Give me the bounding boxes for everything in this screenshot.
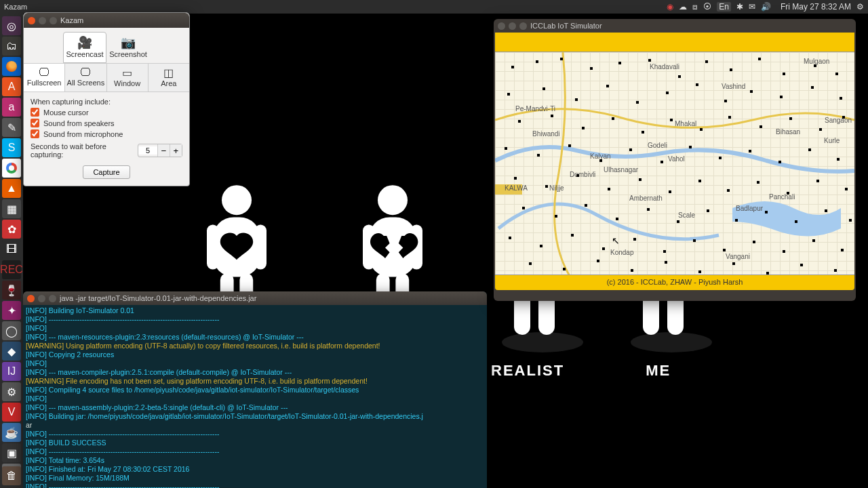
close-icon[interactable] xyxy=(498,22,505,30)
film-icon[interactable]: 🎞 xyxy=(2,240,21,259)
tab-screencast[interactable]: 🎥Screencast xyxy=(63,32,106,63)
vlc-icon[interactable]: ▲ xyxy=(2,179,21,198)
terminal-line: [INFO] ---------------------------------… xyxy=(26,430,484,439)
recorder-icon[interactable]: REC xyxy=(2,260,21,279)
clock[interactable]: Fri May 27 8:32 AM xyxy=(781,2,851,12)
sensor-dot xyxy=(789,117,792,120)
gear-icon[interactable]: ⚙ xyxy=(856,2,864,12)
system-tray[interactable]: ◉ ☁ ⧈ ⦿ En ✱ ✉ 🔊 Fri May 27 8:32 AM ⚙ xyxy=(667,2,864,12)
sensor-dot xyxy=(514,177,517,180)
amazon-icon[interactable]: a xyxy=(2,98,21,117)
mode-window[interactable]: ▭Window xyxy=(107,64,149,92)
chk-mic[interactable]: Sound from microphone xyxy=(31,129,182,138)
simulator-titlebar[interactable]: ICCLab IoT Simulator xyxy=(494,19,856,33)
map-city-label: Godeli xyxy=(648,142,667,149)
keyboard-lang[interactable]: En xyxy=(717,2,731,12)
terminal-titlebar[interactable]: java -jar target/IoT-Simulator-0.01-jar-… xyxy=(23,291,487,305)
sim-map[interactable]: BhiwandiKalyanDombivliUlhasnagarAmbernat… xyxy=(495,52,854,275)
ring-icon[interactable]: ◯ xyxy=(2,321,21,340)
sensor-dot xyxy=(689,146,692,148)
map-city-label: Sangaon xyxy=(825,117,852,124)
map-city-label: Vashind xyxy=(722,83,745,90)
mail-icon[interactable]: ✉ xyxy=(749,2,755,12)
ghex-icon[interactable]: ✦ xyxy=(2,301,21,320)
redapp-icon[interactable]: ✿ xyxy=(2,220,21,239)
terminal-line: [INFO] Compiling 4 source files to /home… xyxy=(26,386,484,394)
sensor-dot xyxy=(787,192,789,195)
idea-icon[interactable]: IJ xyxy=(2,362,21,381)
close-icon[interactable] xyxy=(28,17,35,24)
sensor-dot xyxy=(783,73,785,75)
sensor-dot xyxy=(677,220,679,223)
terminal-line: [INFO] Final Memory: 15M/188M xyxy=(26,474,484,483)
spin-up[interactable]: + xyxy=(170,144,182,157)
terminal-line: [INFO] ---------------------------------… xyxy=(26,315,484,324)
sensor-dot xyxy=(757,181,760,184)
sensor-dot xyxy=(841,249,844,251)
terminal-output[interactable]: [INFO] Building IoT-Simulator 0.01[INFO]… xyxy=(23,305,487,488)
capture-button[interactable]: Capture xyxy=(83,165,130,179)
delay-spinner[interactable]: − + xyxy=(138,144,182,157)
kazam-titlebar[interactable]: Kazam xyxy=(24,13,189,28)
terminal-icon[interactable]: ▣ xyxy=(2,443,21,462)
sensor-dot xyxy=(750,90,753,93)
maximize-icon[interactable] xyxy=(519,22,527,30)
skype-icon[interactable]: S xyxy=(2,138,21,157)
terminal-line: [INFO] Building jar: /home/piyush/code/j… xyxy=(26,412,484,421)
kazam-window[interactable]: Kazam 🎥Screencast 📷Screenshot 🖵Fullscree… xyxy=(23,12,190,186)
maximize-icon[interactable] xyxy=(50,17,57,24)
window-icon: ▭ xyxy=(107,66,148,79)
files-icon[interactable]: 🗂 xyxy=(2,37,21,56)
dropbox-icon[interactable]: ⧈ xyxy=(692,2,698,12)
close-icon[interactable] xyxy=(27,295,35,302)
wine-icon[interactable]: 🍷 xyxy=(2,281,21,300)
software-icon[interactable]: A xyxy=(2,77,21,96)
sensor-dot xyxy=(795,220,797,223)
tools-icon[interactable]: ✎ xyxy=(2,118,21,137)
sensor-dot xyxy=(608,188,610,190)
chk-mouse[interactable]: Mouse cursor xyxy=(31,108,182,117)
box-icon[interactable]: ◆ xyxy=(2,342,21,361)
minimize-icon[interactable] xyxy=(39,17,46,24)
minimize-icon[interactable] xyxy=(38,295,45,302)
spin-down[interactable]: − xyxy=(157,144,170,157)
wallpaper-labels: REALIST ME xyxy=(491,362,671,380)
sensor-dot xyxy=(749,150,751,152)
mode-fullscreen[interactable]: 🖵Fullscreen xyxy=(24,64,65,92)
dash-icon[interactable]: ◎ xyxy=(2,16,21,35)
chk-speakers[interactable]: Sound from speakers xyxy=(31,119,182,127)
map-city-label: Ulhasnagar xyxy=(604,166,638,174)
wifi-icon[interactable]: ⦿ xyxy=(703,2,711,12)
bluetooth-icon[interactable]: ✱ xyxy=(736,2,743,12)
sensor-dot xyxy=(834,269,837,272)
minimize-icon[interactable] xyxy=(509,22,516,30)
tab-screenshot[interactable]: 📷Screenshot xyxy=(106,32,150,63)
map-city-label: Kurle xyxy=(824,137,840,144)
terminal-window[interactable]: java -jar target/IoT-Simulator-0.01-jar-… xyxy=(23,291,487,488)
sensor-dot xyxy=(599,159,602,162)
firefox-icon[interactable] xyxy=(2,57,21,76)
volume-icon[interactable]: 🔊 xyxy=(761,2,771,12)
calc-icon[interactable]: ▦ xyxy=(2,199,21,218)
maximize-icon[interactable] xyxy=(49,295,56,302)
simulator-window[interactable]: ICCLab IoT Simulator BhiwandiKalyanDombi… xyxy=(494,19,856,301)
sensor-dot xyxy=(537,154,540,157)
sensor-dot xyxy=(811,86,814,89)
settings-icon[interactable]: ⚙ xyxy=(2,382,21,401)
cloud-icon[interactable]: ☁ xyxy=(679,2,687,12)
record-icon[interactable]: ◉ xyxy=(667,2,673,12)
sensor-dot xyxy=(678,75,681,78)
sensor-dot xyxy=(778,161,781,163)
sensor-dot xyxy=(571,234,574,237)
sensor-dot xyxy=(825,209,827,212)
unity-launcher[interactable]: ◎ 🗂 A a ✎ S ▲ ▦ ✿ 🎞 REC 🍷 ✦ ◯ ◆ IJ ⚙ V ☕… xyxy=(0,14,23,488)
delay-input[interactable] xyxy=(138,146,157,155)
vivaldi-icon[interactable]: V xyxy=(2,403,21,422)
mode-allscreens[interactable]: 🖵All Screens xyxy=(65,64,106,92)
sensor-dot xyxy=(735,219,738,222)
sensor-dot xyxy=(647,208,650,211)
trash-icon[interactable]: 🗑 xyxy=(2,466,21,485)
chrome-icon[interactable] xyxy=(2,159,21,178)
java-icon[interactable]: ☕ xyxy=(2,423,21,442)
mode-area[interactable]: ◫Area xyxy=(149,64,189,92)
